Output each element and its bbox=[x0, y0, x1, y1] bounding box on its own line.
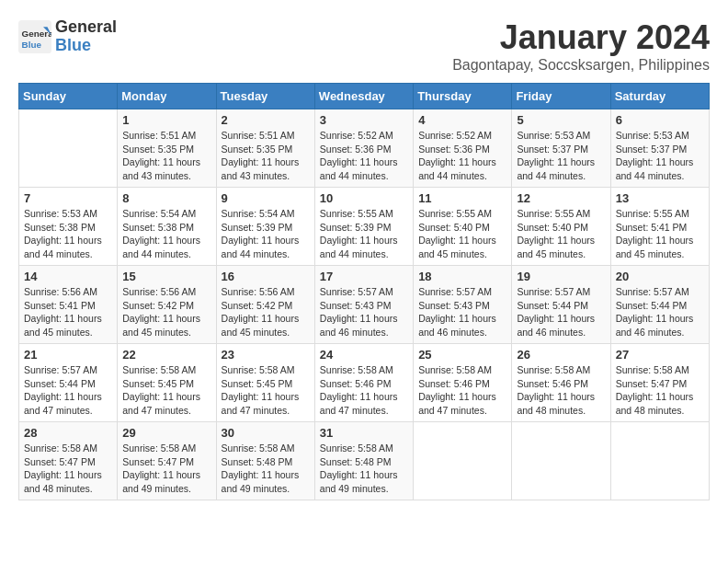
calendar-cell: 22Sunrise: 5:58 AM Sunset: 5:45 PM Dayli… bbox=[118, 344, 216, 422]
day-info: Sunrise: 5:54 AM Sunset: 5:38 PM Dayligh… bbox=[122, 207, 210, 261]
weekday-header-wednesday: Wednesday bbox=[314, 84, 413, 109]
day-info: Sunrise: 5:58 AM Sunset: 5:46 PM Dayligh… bbox=[517, 363, 605, 418]
day-info: Sunrise: 5:58 AM Sunset: 5:47 PM Dayligh… bbox=[616, 363, 704, 418]
day-number: 15 bbox=[122, 270, 210, 283]
day-number: 16 bbox=[222, 270, 310, 283]
header: General Blue General Blue January 2024 B… bbox=[18, 18, 710, 74]
day-number: 28 bbox=[24, 426, 112, 440]
day-number: 18 bbox=[418, 270, 506, 283]
calendar-cell: 29Sunrise: 5:58 AM Sunset: 5:47 PM Dayli… bbox=[118, 422, 216, 500]
day-number: 26 bbox=[517, 348, 605, 362]
day-info: Sunrise: 5:58 AM Sunset: 5:47 PM Dayligh… bbox=[24, 442, 112, 496]
day-number: 22 bbox=[122, 348, 210, 362]
calendar-week-row: 7Sunrise: 5:53 AM Sunset: 5:38 PM Daylig… bbox=[19, 188, 710, 266]
calendar-cell: 5Sunrise: 5:53 AM Sunset: 5:37 PM Daylig… bbox=[512, 109, 610, 188]
calendar-week-row: 1Sunrise: 5:51 AM Sunset: 5:35 PM Daylig… bbox=[19, 109, 710, 188]
day-info: Sunrise: 5:55 AM Sunset: 5:40 PM Dayligh… bbox=[517, 207, 605, 261]
weekday-header-friday: Friday bbox=[512, 84, 610, 109]
day-info: Sunrise: 5:58 AM Sunset: 5:46 PM Dayligh… bbox=[320, 363, 408, 418]
day-number: 9 bbox=[222, 191, 310, 205]
day-number: 12 bbox=[517, 191, 605, 205]
day-number: 17 bbox=[320, 270, 408, 283]
day-info: Sunrise: 5:52 AM Sunset: 5:36 PM Dayligh… bbox=[418, 129, 506, 183]
calendar-week-row: 14Sunrise: 5:56 AM Sunset: 5:41 PM Dayli… bbox=[19, 266, 710, 344]
weekday-header-monday: Monday bbox=[118, 84, 216, 109]
calendar-cell: 26Sunrise: 5:58 AM Sunset: 5:46 PM Dayli… bbox=[512, 344, 610, 422]
calendar-cell: 3Sunrise: 5:52 AM Sunset: 5:36 PM Daylig… bbox=[314, 109, 413, 188]
day-info: Sunrise: 5:55 AM Sunset: 5:41 PM Dayligh… bbox=[616, 207, 704, 261]
day-info: Sunrise: 5:56 AM Sunset: 5:42 PM Dayligh… bbox=[222, 285, 310, 339]
calendar-cell: 4Sunrise: 5:52 AM Sunset: 5:36 PM Daylig… bbox=[414, 109, 512, 188]
day-info: Sunrise: 5:57 AM Sunset: 5:43 PM Dayligh… bbox=[418, 285, 506, 339]
calendar-cell: 18Sunrise: 5:57 AM Sunset: 5:43 PM Dayli… bbox=[414, 266, 512, 344]
day-number: 23 bbox=[222, 348, 310, 362]
calendar-week-row: 28Sunrise: 5:58 AM Sunset: 5:47 PM Dayli… bbox=[19, 422, 710, 500]
calendar-cell bbox=[414, 422, 512, 500]
calendar-cell: 14Sunrise: 5:56 AM Sunset: 5:41 PM Dayli… bbox=[19, 266, 118, 344]
day-number: 29 bbox=[122, 426, 210, 440]
calendar-cell: 28Sunrise: 5:58 AM Sunset: 5:47 PM Dayli… bbox=[19, 422, 118, 500]
weekday-header-tuesday: Tuesday bbox=[216, 84, 314, 109]
day-info: Sunrise: 5:57 AM Sunset: 5:44 PM Dayligh… bbox=[517, 285, 605, 339]
day-number: 3 bbox=[320, 113, 408, 127]
calendar-cell: 23Sunrise: 5:58 AM Sunset: 5:45 PM Dayli… bbox=[216, 344, 314, 422]
day-number: 4 bbox=[418, 113, 506, 127]
day-info: Sunrise: 5:53 AM Sunset: 5:37 PM Dayligh… bbox=[616, 129, 704, 183]
calendar-cell: 19Sunrise: 5:57 AM Sunset: 5:44 PM Dayli… bbox=[512, 266, 610, 344]
day-info: Sunrise: 5:58 AM Sunset: 5:48 PM Dayligh… bbox=[320, 442, 408, 496]
calendar-cell bbox=[19, 109, 118, 188]
calendar-cell: 17Sunrise: 5:57 AM Sunset: 5:43 PM Dayli… bbox=[314, 266, 413, 344]
day-info: Sunrise: 5:52 AM Sunset: 5:36 PM Dayligh… bbox=[320, 129, 408, 183]
day-number: 13 bbox=[616, 191, 704, 205]
day-info: Sunrise: 5:56 AM Sunset: 5:42 PM Dayligh… bbox=[122, 285, 210, 339]
calendar-cell: 27Sunrise: 5:58 AM Sunset: 5:47 PM Dayli… bbox=[610, 344, 709, 422]
calendar-cell bbox=[610, 422, 709, 500]
day-number: 27 bbox=[616, 348, 704, 362]
calendar-cell: 10Sunrise: 5:55 AM Sunset: 5:39 PM Dayli… bbox=[314, 188, 413, 266]
weekday-header-row: SundayMondayTuesdayWednesdayThursdayFrid… bbox=[19, 84, 710, 109]
day-number: 25 bbox=[418, 348, 506, 362]
calendar-cell: 2Sunrise: 5:51 AM Sunset: 5:35 PM Daylig… bbox=[216, 109, 314, 188]
day-info: Sunrise: 5:55 AM Sunset: 5:39 PM Dayligh… bbox=[320, 207, 408, 261]
calendar-cell: 16Sunrise: 5:56 AM Sunset: 5:42 PM Dayli… bbox=[216, 266, 314, 344]
calendar-cell: 24Sunrise: 5:58 AM Sunset: 5:46 PM Dayli… bbox=[314, 344, 413, 422]
day-number: 21 bbox=[24, 348, 112, 362]
day-info: Sunrise: 5:55 AM Sunset: 5:40 PM Dayligh… bbox=[418, 207, 506, 261]
logo-text: General Blue bbox=[55, 18, 117, 55]
calendar-table: SundayMondayTuesdayWednesdayThursdayFrid… bbox=[18, 83, 710, 500]
calendar-cell: 30Sunrise: 5:58 AM Sunset: 5:48 PM Dayli… bbox=[216, 422, 314, 500]
day-number: 31 bbox=[320, 426, 408, 440]
day-number: 10 bbox=[320, 191, 408, 205]
day-info: Sunrise: 5:54 AM Sunset: 5:39 PM Dayligh… bbox=[222, 207, 310, 261]
day-number: 8 bbox=[122, 191, 210, 205]
day-number: 7 bbox=[24, 191, 112, 205]
svg-text:Blue: Blue bbox=[22, 39, 42, 49]
day-info: Sunrise: 5:58 AM Sunset: 5:45 PM Dayligh… bbox=[122, 363, 210, 418]
day-info: Sunrise: 5:51 AM Sunset: 5:35 PM Dayligh… bbox=[122, 129, 210, 183]
day-number: 11 bbox=[418, 191, 506, 205]
month-title: January 2024 bbox=[452, 18, 710, 57]
calendar-cell: 8Sunrise: 5:54 AM Sunset: 5:38 PM Daylig… bbox=[118, 188, 216, 266]
logo-icon: General Blue bbox=[18, 20, 51, 53]
day-info: Sunrise: 5:58 AM Sunset: 5:45 PM Dayligh… bbox=[222, 363, 310, 418]
calendar-cell: 7Sunrise: 5:53 AM Sunset: 5:38 PM Daylig… bbox=[19, 188, 118, 266]
day-number: 20 bbox=[616, 270, 704, 283]
calendar-week-row: 21Sunrise: 5:57 AM Sunset: 5:44 PM Dayli… bbox=[19, 344, 710, 422]
day-number: 1 bbox=[122, 113, 210, 127]
calendar-cell: 25Sunrise: 5:58 AM Sunset: 5:46 PM Dayli… bbox=[414, 344, 512, 422]
day-info: Sunrise: 5:51 AM Sunset: 5:35 PM Dayligh… bbox=[222, 129, 310, 183]
logo: General Blue General Blue bbox=[18, 18, 117, 55]
calendar-cell: 12Sunrise: 5:55 AM Sunset: 5:40 PM Dayli… bbox=[512, 188, 610, 266]
weekday-header-thursday: Thursday bbox=[414, 84, 512, 109]
weekday-header-sunday: Sunday bbox=[19, 84, 118, 109]
day-info: Sunrise: 5:57 AM Sunset: 5:44 PM Dayligh… bbox=[24, 363, 112, 418]
day-number: 30 bbox=[222, 426, 310, 440]
calendar-cell: 15Sunrise: 5:56 AM Sunset: 5:42 PM Dayli… bbox=[118, 266, 216, 344]
day-info: Sunrise: 5:53 AM Sunset: 5:37 PM Dayligh… bbox=[517, 129, 605, 183]
day-number: 24 bbox=[320, 348, 408, 362]
calendar-cell: 9Sunrise: 5:54 AM Sunset: 5:39 PM Daylig… bbox=[216, 188, 314, 266]
day-info: Sunrise: 5:58 AM Sunset: 5:48 PM Dayligh… bbox=[222, 442, 310, 496]
day-info: Sunrise: 5:56 AM Sunset: 5:41 PM Dayligh… bbox=[24, 285, 112, 339]
location-title: Bagontapay, Soccsksargen, Philippines bbox=[452, 57, 710, 74]
calendar-cell: 13Sunrise: 5:55 AM Sunset: 5:41 PM Dayli… bbox=[610, 188, 709, 266]
